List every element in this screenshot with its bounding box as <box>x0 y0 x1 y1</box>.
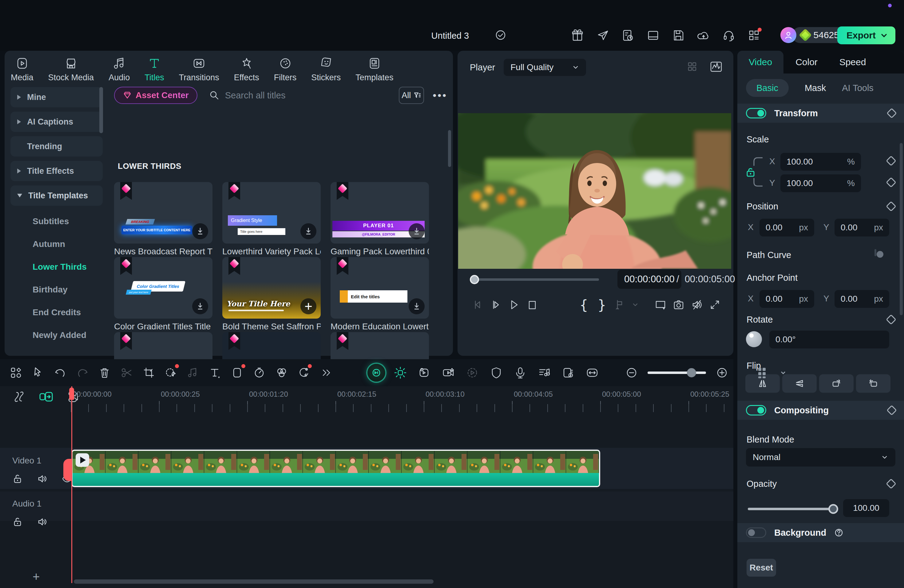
subtab-basic[interactable]: Basic <box>746 79 789 97</box>
fullscreen-button[interactable] <box>706 295 724 314</box>
download-icon[interactable] <box>409 298 425 314</box>
add-icon[interactable]: + <box>300 298 316 314</box>
lock-track-icon[interactable] <box>12 474 23 484</box>
preview-scrubber[interactable] <box>470 278 599 281</box>
sidebar-item-trending[interactable]: Trending <box>11 136 103 156</box>
audio-mixer-icon[interactable] <box>534 362 555 383</box>
background-toggle[interactable] <box>746 528 766 538</box>
undo-icon[interactable] <box>50 362 71 383</box>
sidebar-sub-newly-added[interactable]: Newly Added <box>11 324 103 346</box>
play-button[interactable] <box>505 295 523 314</box>
add-track-button[interactable]: + <box>33 570 40 584</box>
scrubber-handle[interactable] <box>470 275 479 284</box>
mute-track-icon[interactable] <box>37 474 47 484</box>
template-card[interactable]: Edit the titles Modern Education Lowerth… <box>330 257 429 332</box>
send-feedback-icon[interactable] <box>596 28 610 43</box>
template-card[interactable]: BREAKING ENTER YOUR SUBTITLE CONTENT HER… <box>114 182 212 256</box>
keyframe-diamond-icon[interactable] <box>886 314 896 325</box>
opacity-slider-handle[interactable] <box>828 504 838 514</box>
subtab-ai-tools[interactable]: AI Tools <box>842 83 874 93</box>
mirror-display-button[interactable] <box>651 295 670 314</box>
compositing-toggle[interactable] <box>746 405 766 416</box>
keyframe-diamond-icon[interactable] <box>886 479 896 489</box>
tab-effects[interactable]: Effects <box>233 54 260 85</box>
tab-titles[interactable]: Titles <box>144 54 165 85</box>
reset-button[interactable]: Reset <box>747 559 776 577</box>
opacity-input[interactable]: 100.00 <box>843 499 889 517</box>
download-icon[interactable] <box>409 223 425 239</box>
template-thumbnail[interactable]: BREAKING ENTER YOUR SUBTITLE CONTENT HER… <box>114 182 212 243</box>
current-timecode[interactable]: 00:00:00:00 <box>618 270 681 289</box>
clip-extract-icon[interactable] <box>414 362 435 383</box>
opacity-slider[interactable] <box>748 508 834 510</box>
unlink-clips-icon[interactable] <box>12 390 26 403</box>
asset-center-button[interactable]: Asset Center <box>114 87 198 104</box>
template-card[interactable]: Color Gradient Titles put your text here… <box>114 257 212 332</box>
template-thumbnail[interactable]: Gradient Style Title goes here <box>222 182 321 243</box>
sidebar-sub-birthday[interactable]: Birthday <box>11 278 103 301</box>
track-manager-icon[interactable] <box>753 362 774 383</box>
tab-media[interactable]: Media <box>10 54 34 85</box>
quality-dropdown[interactable]: Full Quality <box>504 59 586 76</box>
template-thumbnail[interactable]: Edit the titles <box>330 257 429 319</box>
audio-track-lane[interactable] <box>0 492 733 521</box>
mark-in-button[interactable]: { <box>575 295 593 314</box>
video-preview[interactable] <box>458 113 731 269</box>
split-scissors-icon[interactable] <box>116 362 137 383</box>
template-thumbnail[interactable]: Your Title Here + <box>222 257 321 319</box>
sidebar-sub-end-credits[interactable]: End Credits <box>11 301 103 324</box>
support-headset-icon[interactable] <box>722 28 736 43</box>
sidebar-sub-autumn[interactable]: Autumn <box>11 233 103 256</box>
tab-stickers[interactable]: Stickers <box>311 54 341 85</box>
timeline-zoom-slider[interactable] <box>648 371 706 374</box>
scopes-icon[interactable] <box>710 60 723 74</box>
select-tool-icon[interactable] <box>28 362 49 383</box>
mark-out-button[interactable]: } <box>593 295 611 314</box>
stop-button[interactable] <box>523 295 541 314</box>
ai-copilot-icon[interactable] <box>366 362 387 383</box>
playhead-cap[interactable] <box>69 387 74 400</box>
delete-icon[interactable] <box>94 362 115 383</box>
rotate-input[interactable]: 0.00° <box>769 330 889 348</box>
keyframe-diamond-icon[interactable] <box>886 201 896 212</box>
tab-video[interactable]: Video <box>737 51 784 74</box>
next-frame-button[interactable] <box>487 295 505 314</box>
scene-detection-icon[interactable] <box>390 362 411 383</box>
project-title[interactable]: Untitled 3 <box>431 31 469 41</box>
version-history-icon[interactable] <box>621 28 635 43</box>
subtab-mask[interactable]: Mask <box>805 83 826 93</box>
gift-icon[interactable] <box>571 28 585 43</box>
crop-icon[interactable] <box>138 362 159 383</box>
anchor-x-input[interactable]: 0.00px <box>760 290 814 308</box>
position-y-input[interactable]: 0.00px <box>834 219 889 237</box>
tab-filters[interactable]: Filters <box>273 54 297 85</box>
clip-play-badge[interactable] <box>76 453 89 467</box>
keyframe-diamond-icon[interactable] <box>886 156 896 166</box>
multi-view-icon[interactable] <box>687 60 699 73</box>
mask-tool-icon[interactable] <box>227 362 248 383</box>
tab-color[interactable]: Color <box>784 51 830 74</box>
sidebar-sub-subtitles[interactable]: Subtitles <box>11 210 103 233</box>
search-bar[interactable]: Search all titles <box>209 90 399 101</box>
sidebar-sub-lower-thirds[interactable]: Lower Thirds <box>11 256 103 278</box>
blend-mode-dropdown[interactable]: Normal <box>746 448 895 466</box>
template-card[interactable]: Your Title Here + Bold Theme Set Saffron… <box>222 257 321 332</box>
keyframe-diamond-icon[interactable] <box>887 108 897 119</box>
render-preview-icon[interactable] <box>462 362 483 383</box>
playhead[interactable] <box>71 386 72 583</box>
smart-cutout-icon[interactable] <box>161 362 182 383</box>
audio-stretch-icon[interactable] <box>183 362 204 383</box>
properties-scrollbar[interactable] <box>900 143 903 315</box>
save-icon[interactable] <box>671 28 685 43</box>
lock-track-icon[interactable] <box>12 517 23 527</box>
camera-ai-icon[interactable] <box>438 362 459 383</box>
track-manager-caret-icon[interactable] <box>778 362 789 383</box>
tab-speed[interactable]: Speed <box>830 51 876 74</box>
keyframe-diamond-icon[interactable] <box>886 177 896 188</box>
download-icon[interactable] <box>300 223 316 239</box>
guard-shield-icon[interactable] <box>486 362 507 383</box>
speed-tool-icon[interactable] <box>249 362 270 383</box>
zoom-in-icon[interactable] <box>711 362 732 383</box>
download-icon[interactable] <box>192 223 208 239</box>
cloud-sync-icon[interactable] <box>697 28 711 43</box>
